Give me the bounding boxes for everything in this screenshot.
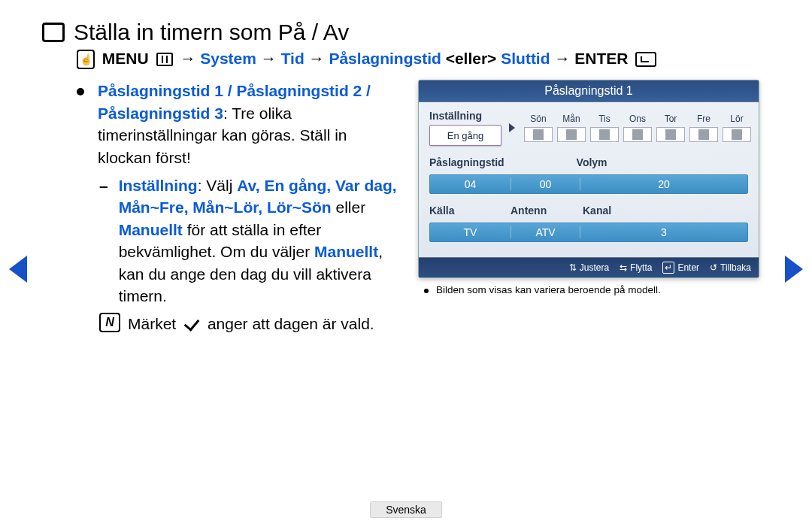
chevron-right-icon bbox=[509, 123, 515, 132]
antenna-value[interactable]: ATV bbox=[511, 226, 580, 238]
minutes-value[interactable]: 00 bbox=[511, 178, 580, 190]
days-boxes bbox=[524, 127, 751, 142]
setting-manually: Manuellt bbox=[119, 221, 183, 238]
square-icon bbox=[698, 129, 709, 140]
hand-icon: ☝ bbox=[77, 50, 95, 69]
hours-value[interactable]: 04 bbox=[430, 178, 511, 190]
note-a: Märket bbox=[128, 315, 176, 332]
menu-grid-icon bbox=[156, 53, 173, 66]
bc-tid: Tid bbox=[281, 50, 304, 67]
bc-sluttid: Sluttid bbox=[501, 50, 550, 67]
note-b: anger att dagen är vald. bbox=[208, 315, 374, 332]
breadcrumb: ☝ MENU → System → Tid → Påslagningstid <… bbox=[77, 50, 770, 69]
enter-icon bbox=[635, 52, 656, 67]
bc-eller: <eller> bbox=[446, 50, 497, 67]
title-text: Ställa in timern som På / Av bbox=[74, 20, 349, 45]
adjust-hint: Justera bbox=[569, 262, 609, 273]
setup-label: Inställning bbox=[429, 110, 501, 122]
volume-value[interactable]: 20 bbox=[580, 178, 747, 190]
panel-caption: Bilden som visas kan variera beroende på… bbox=[424, 284, 759, 295]
day-checkbox[interactable] bbox=[723, 127, 751, 142]
source-value[interactable]: TV bbox=[430, 226, 511, 238]
source-labels: Källa Antenn Kanal bbox=[429, 204, 748, 220]
setting-label: Inställning bbox=[119, 177, 198, 194]
timer-panel: Påslagningstid 1 Inställning En gång bbox=[418, 80, 759, 278]
square-icon bbox=[732, 129, 742, 140]
square-icon bbox=[665, 129, 676, 140]
square-icon bbox=[566, 129, 577, 140]
day-checkbox[interactable] bbox=[689, 127, 718, 142]
setup-dropdown[interactable]: En gång bbox=[429, 125, 501, 146]
square-icon bbox=[533, 129, 544, 140]
note-box-icon bbox=[42, 23, 65, 42]
bc-enter: ENTER bbox=[574, 50, 628, 67]
back-hint: Tillbaka bbox=[710, 262, 751, 273]
channel-value[interactable]: 3 bbox=[580, 226, 747, 238]
page-title: Ställa in timern som På / Av bbox=[42, 20, 770, 45]
bullet-icon bbox=[77, 88, 84, 95]
time-volume-bar[interactable]: 04 00 20 bbox=[429, 174, 748, 194]
next-page-arrow[interactable] bbox=[785, 256, 803, 283]
enter-hint: Enter bbox=[662, 262, 699, 274]
square-icon bbox=[632, 129, 643, 140]
source-antenna-channel-bar[interactable]: TV ATV 3 bbox=[429, 223, 748, 242]
language-footer: Svenska bbox=[370, 501, 442, 518]
check-icon bbox=[184, 315, 200, 332]
day-checkbox[interactable] bbox=[557, 127, 586, 142]
time-labels: Påslagningstid Volym bbox=[429, 156, 748, 171]
description-column: Påslagningstid 1 / Påslagningstid 2 / På… bbox=[77, 80, 400, 335]
panel-title: Påslagningstid 1 bbox=[419, 80, 759, 102]
square-icon bbox=[599, 129, 610, 140]
bc-system: System bbox=[200, 50, 256, 67]
day-checkbox[interactable] bbox=[623, 127, 652, 142]
dropdown-value: En gång bbox=[447, 130, 483, 141]
day-checkbox[interactable] bbox=[524, 127, 553, 142]
days-header: Sön Mån Tis Ons Tor Fre Lör bbox=[524, 114, 751, 124]
bullet-icon bbox=[424, 289, 429, 293]
menu-label: MENU bbox=[102, 50, 149, 67]
panel-footer: Justera Flytta Enter Tillbaka bbox=[419, 257, 759, 277]
note-icon: N bbox=[99, 313, 120, 332]
day-checkbox[interactable] bbox=[590, 127, 619, 142]
bc-paslag: Påslagningstid bbox=[329, 50, 441, 67]
dash-icon: – bbox=[99, 174, 108, 307]
day-checkbox[interactable] bbox=[656, 127, 685, 142]
move-hint: Flytta bbox=[620, 262, 652, 273]
prev-page-arrow[interactable] bbox=[9, 256, 27, 283]
